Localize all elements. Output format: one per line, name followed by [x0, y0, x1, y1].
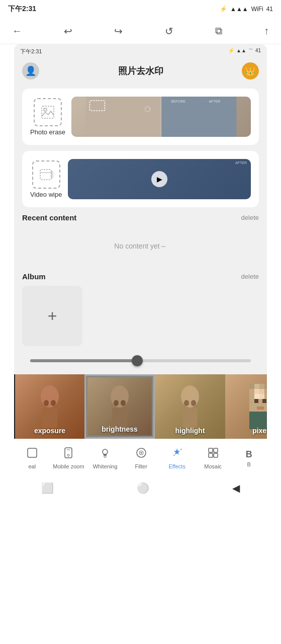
svg-rect-31: [259, 389, 264, 394]
app-title: 照片去水印: [39, 65, 242, 77]
inner-signal: ▲▲: [236, 48, 246, 55]
recent-title: Recent content: [22, 213, 76, 222]
svg-text:BEFORE: BEFORE: [171, 100, 186, 103]
toolbar-item-filter[interactable]: Filter: [126, 447, 156, 469]
heal-label: eal: [28, 463, 36, 469]
svg-point-23: [191, 400, 196, 406]
video-wipe-left: Video wipe: [30, 160, 62, 198]
signal-icon: ▲▲▲: [230, 6, 248, 13]
avatar-button[interactable]: 👤: [22, 62, 39, 79]
status-icons: ⚡ ▲▲▲ WiFi 41: [220, 6, 273, 13]
slider-thumb[interactable]: [132, 355, 143, 366]
svg-text:AFTER: AFTER: [209, 100, 221, 103]
main-content: Photo erase BEFORE AFTER: [14, 84, 267, 374]
duplicate-button[interactable]: ⧉: [215, 25, 222, 37]
b-label: B: [247, 461, 251, 467]
svg-point-42: [67, 454, 69, 456]
svg-rect-13: [42, 408, 57, 428]
whitening-icon: [99, 447, 111, 462]
toolbar-item-heal[interactable]: eal: [17, 447, 47, 469]
svg-rect-37: [257, 407, 264, 410]
effect-highlight-label: highlight: [155, 427, 225, 435]
svg-rect-40: [30, 448, 31, 457]
effect-exposure[interactable]: exposure: [14, 374, 84, 439]
wifi-icon: WiFi: [251, 6, 263, 13]
sys-square-button[interactable]: ⬜: [41, 482, 54, 494]
share-button[interactable]: ↑: [264, 25, 269, 37]
recent-delete-button[interactable]: delete: [241, 214, 259, 221]
filter-icon: [135, 447, 147, 462]
svg-rect-35: [254, 399, 258, 403]
svg-point-16: [111, 385, 129, 408]
toolbar-item-whitening[interactable]: Whitening: [90, 447, 120, 469]
video-wipe-card[interactable]: Video wipe ▶ AFTER: [22, 151, 259, 207]
redo-button[interactable]: ↪: [114, 25, 123, 37]
refresh-button[interactable]: ↺: [165, 25, 173, 37]
svg-rect-26: [254, 384, 259, 389]
inner-battery: 41: [255, 48, 261, 55]
svg-point-18: [114, 400, 119, 406]
svg-point-20: [181, 385, 199, 408]
effects-strip: exposure brightness: [14, 374, 267, 439]
b-icon: B: [246, 449, 252, 460]
svg-point-19: [121, 400, 126, 406]
svg-point-22: [184, 400, 189, 406]
inner-time: 下午2:31: [20, 48, 42, 55]
photo-erase-icon: [34, 98, 62, 126]
toolbar-item-b[interactable]: B B: [234, 449, 264, 467]
sys-back-button[interactable]: ◀: [232, 482, 240, 494]
effect-brightness[interactable]: brightness: [84, 374, 155, 439]
heal-icon: [26, 447, 38, 462]
svg-rect-50: [214, 448, 218, 452]
inner-bluetooth: ⚡: [228, 48, 234, 55]
back-button[interactable]: ←: [12, 25, 22, 37]
play-button[interactable]: ▶: [151, 171, 167, 187]
svg-rect-29: [249, 389, 254, 394]
svg-rect-2: [86, 97, 161, 137]
video-wipe-icon: [32, 160, 60, 189]
effect-brightness-label: brightness: [86, 425, 153, 433]
album-add-button[interactable]: +: [22, 286, 82, 346]
toolbar-item-mobile-zoom[interactable]: Mobile zoom: [53, 447, 84, 469]
photo-erase-preview: BEFORE AFTER: [71, 97, 251, 137]
effect-exposure-label: exposure: [15, 427, 84, 435]
toolbar-item-effects[interactable]: Effects: [162, 447, 192, 469]
inner-status-bar: 下午2:31 ⚡ ▲▲ ⌒ 41: [14, 44, 267, 58]
mosaic-label: Mosaic: [204, 463, 222, 469]
inner-status-icons: ⚡ ▲▲ ⌒ 41: [228, 48, 261, 55]
undo-button[interactable]: ↩: [64, 25, 72, 37]
svg-rect-51: [209, 453, 213, 457]
svg-point-15: [51, 400, 56, 406]
effect-pixel[interactable]: pixel: [225, 374, 267, 439]
status-bar: 下午2:31 ⚡ ▲▲▲ WiFi 41: [0, 0, 281, 18]
video-wipe-preview: ▶ AFTER: [68, 159, 251, 199]
svg-rect-30: [254, 389, 259, 394]
recent-header: Recent content delete: [22, 213, 259, 222]
slider-track[interactable]: [30, 359, 251, 362]
crown-button[interactable]: 👑: [242, 62, 259, 79]
album-header: Album delete: [22, 272, 259, 281]
svg-point-1: [44, 108, 47, 111]
svg-rect-25: [249, 384, 254, 389]
album-delete-button[interactable]: delete: [241, 273, 259, 280]
svg-rect-32: [264, 389, 267, 394]
system-nav: ⬜ ⚪ ◀: [0, 475, 281, 501]
photo-erase-card[interactable]: Photo erase BEFORE AFTER: [22, 89, 259, 145]
bluetooth-icon: ⚡: [220, 6, 227, 13]
svg-point-14: [44, 400, 49, 406]
svg-rect-10: [51, 172, 53, 178]
svg-rect-34: [259, 394, 264, 399]
toolbar-item-mosaic[interactable]: Mosaic: [198, 447, 228, 469]
svg-point-48: [140, 452, 142, 454]
mobile-zoom-icon: [62, 447, 74, 462]
whitening-label: Whitening: [93, 463, 118, 469]
effect-highlight[interactable]: highlight: [155, 374, 225, 439]
sys-home-button[interactable]: ⚪: [137, 482, 149, 494]
avatar-icon: 👤: [25, 65, 36, 76]
plus-icon: +: [48, 307, 57, 326]
status-time: 下午2:31: [8, 5, 36, 14]
svg-point-44: [103, 449, 108, 454]
svg-rect-27: [259, 384, 264, 389]
phone-frame: 下午2:31 ⚡ ▲▲ ⌒ 41 👤 照片去水印 👑: [14, 44, 267, 475]
inner-wifi: ⌒: [248, 48, 253, 55]
